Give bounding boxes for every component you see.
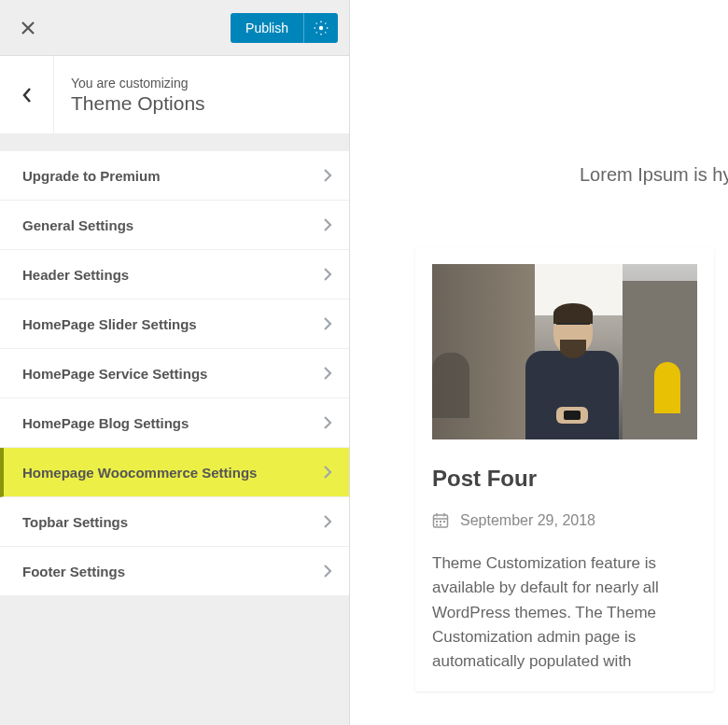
section-subtitle: You are customizing	[71, 76, 205, 91]
svg-rect-7	[443, 521, 445, 523]
svg-rect-9	[440, 524, 441, 526]
section-title: Theme Options	[71, 92, 205, 115]
section-header: You are customizing Theme Options	[0, 55, 349, 134]
back-button[interactable]	[0, 55, 54, 134]
gear-icon	[314, 21, 329, 35]
menu-item-header-settings[interactable]: Header Settings	[0, 250, 349, 300]
svg-rect-6	[440, 521, 441, 523]
menu-item-general-settings[interactable]: General Settings	[0, 201, 349, 250]
section-titles: You are customizing Theme Options	[54, 76, 205, 115]
settings-button[interactable]	[303, 13, 338, 43]
post-content: Post Four September 29, 2018 Theme Custo…	[415, 439, 714, 691]
svg-rect-8	[436, 524, 438, 526]
close-button[interactable]	[11, 11, 45, 45]
chevron-right-icon	[323, 267, 332, 282]
chevron-right-icon	[323, 217, 332, 232]
menu-list: Upgrade to Premium General Settings Head…	[0, 151, 349, 596]
menu-item-topbar-settings[interactable]: Topbar Settings	[0, 497, 349, 547]
menu-item-homepage-woocommerce-settings[interactable]: Homepage Woocommerce Settings	[0, 448, 349, 497]
menu-item-upgrade-premium[interactable]: Upgrade to Premium	[0, 151, 349, 201]
post-title: Post Four	[432, 466, 697, 492]
menu-item-label: HomePage Blog Settings	[22, 415, 189, 431]
menu-item-homepage-service-settings[interactable]: HomePage Service Settings	[0, 349, 349, 398]
menu-item-label: Footer Settings	[22, 564, 125, 579]
chevron-right-icon	[323, 415, 332, 430]
lorem-text: Lorem Ipsum is hy	[580, 164, 728, 186]
chevron-right-icon	[323, 514, 332, 529]
customizer-sidebar: Publish You are customizing Theme Option…	[0, 0, 350, 725]
svg-point-0	[319, 25, 323, 29]
menu-item-label: Upgrade to Premium	[22, 168, 161, 184]
header-actions: Publish	[231, 13, 338, 43]
chevron-left-icon	[21, 87, 33, 104]
calendar-icon	[432, 512, 449, 529]
header-bar: Publish	[0, 0, 349, 55]
publish-button[interactable]: Publish	[231, 13, 303, 43]
chevron-right-icon	[323, 465, 332, 480]
close-icon	[21, 21, 35, 35]
chevron-right-icon	[323, 564, 332, 579]
chevron-right-icon	[323, 366, 332, 381]
post-card: Post Four September 29, 2018 Theme Custo…	[415, 247, 714, 691]
menu-item-homepage-blog-settings[interactable]: HomePage Blog Settings	[0, 398, 349, 448]
post-date: September 29, 2018	[460, 512, 595, 529]
menu-spacer	[0, 134, 349, 151]
menu-item-label: HomePage Slider Settings	[22, 316, 197, 332]
menu-item-label: Header Settings	[22, 267, 129, 283]
chevron-right-icon	[323, 168, 332, 183]
svg-rect-5	[436, 521, 438, 523]
menu-item-footer-settings[interactable]: Footer Settings	[0, 547, 349, 596]
menu-item-label: General Settings	[22, 217, 133, 233]
menu-item-label: Topbar Settings	[22, 514, 128, 530]
post-body: Theme Customization feature is available…	[432, 551, 697, 675]
menu-item-label: Homepage Woocommerce Settings	[22, 465, 257, 481]
menu-item-homepage-slider-settings[interactable]: HomePage Slider Settings	[0, 300, 349, 349]
post-featured-image	[432, 264, 697, 439]
chevron-right-icon	[323, 316, 332, 331]
menu-item-label: HomePage Service Settings	[22, 366, 207, 382]
post-meta: September 29, 2018	[432, 512, 697, 529]
